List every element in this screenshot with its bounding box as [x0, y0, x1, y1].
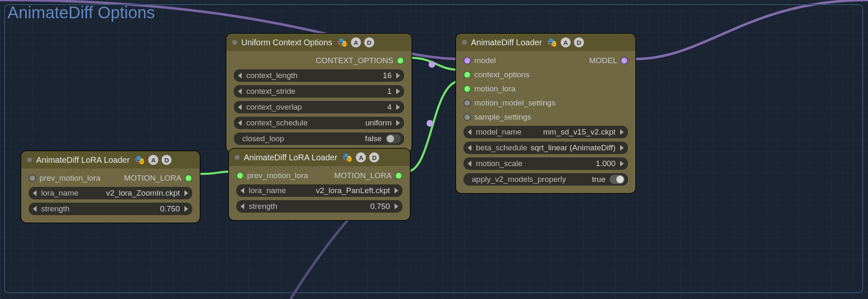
arrow-right-icon[interactable]: [184, 190, 188, 196]
badge-d-icon: D: [364, 37, 374, 47]
node-titlebar[interactable]: Uniform Context Options 🎭 A D: [226, 34, 412, 51]
arrow-right-icon[interactable]: [620, 161, 624, 167]
widget-apply-v2[interactable]: apply_v2_models_properly true: [463, 173, 628, 186]
input-port-motion-model-settings[interactable]: [463, 99, 471, 107]
collapse-dot-icon[interactable]: [232, 40, 237, 45]
input-prev-motion-lora-label: prev_motion_lora: [247, 171, 308, 180]
node-lora-loader-1[interactable]: AnimateDiff LoRA Loader 🎭 A D prev_motio…: [21, 151, 200, 223]
mask-icon: 🎭: [337, 37, 348, 47]
widget-label: apply_v2_models_properly: [472, 175, 566, 184]
arrow-right-icon[interactable]: [396, 104, 400, 110]
arrow-left-icon[interactable]: [240, 203, 244, 209]
node-title: AnimateDiff LoRA Loader: [244, 153, 337, 162]
widget-label: strength: [249, 202, 277, 211]
arrow-left-icon[interactable]: [33, 190, 37, 196]
widget-context-stride[interactable]: context_stride 1: [234, 85, 404, 98]
node-titlebar[interactable]: AnimateDiff Loader 🎭 A D: [456, 34, 635, 51]
arrow-right-icon[interactable]: [395, 188, 398, 194]
output-motion-lora-label: MOTION_LORA: [124, 174, 181, 183]
collapse-dot-icon[interactable]: [235, 155, 240, 160]
input-port-motion-lora[interactable]: [463, 85, 471, 93]
widget-value: 1.000: [596, 159, 615, 168]
toggle-switch[interactable]: [610, 175, 625, 184]
widget-context-schedule[interactable]: context_schedule uniform: [234, 117, 404, 129]
group-frame-animatediff-options[interactable]: [4, 4, 863, 293]
mask-icon: 🎭: [135, 155, 145, 165]
widget-strength[interactable]: strength 0.750: [29, 203, 192, 215]
output-port-model[interactable]: [620, 57, 628, 64]
input-model-label: model: [474, 56, 496, 65]
arrow-left-icon[interactable]: [468, 129, 471, 135]
widget-label: context_stride: [246, 87, 295, 96]
widget-value: uniform: [365, 118, 392, 127]
toggle-switch[interactable]: [386, 134, 401, 143]
widget-value: v2_lora_PanLeft.ckpt: [316, 186, 390, 195]
input-port-context-options[interactable]: [463, 71, 471, 78]
widget-value: 1: [387, 87, 392, 96]
input-prev-motion-lora-label: prev_motion_lora: [39, 174, 101, 183]
node-lora-loader-2[interactable]: AnimateDiff LoRA Loader 🎭 A D prev_motio…: [228, 148, 410, 221]
node-title: Uniform Context Options: [241, 38, 332, 47]
mask-icon: 🎭: [342, 152, 353, 162]
input-port-sample-settings[interactable]: [463, 113, 471, 121]
node-animatediff-loader[interactable]: AnimateDiff Loader 🎭 A D model MODEL con…: [456, 33, 636, 194]
arrow-right-icon[interactable]: [396, 88, 400, 94]
input-context-options-label: context_options: [474, 70, 530, 79]
arrow-left-icon[interactable]: [238, 88, 242, 94]
widget-value: 4: [387, 103, 392, 112]
input-port-prev-motion-lora[interactable]: [236, 172, 244, 179]
arrow-right-icon[interactable]: [620, 129, 624, 135]
badge-d-icon: D: [574, 37, 584, 47]
widget-label: lora_name: [41, 189, 78, 198]
arrow-right-icon[interactable]: [396, 120, 400, 126]
arrow-left-icon[interactable]: [240, 188, 244, 194]
arrow-right-icon[interactable]: [396, 73, 400, 78]
arrow-left-icon[interactable]: [33, 206, 37, 212]
widget-label: closed_loop: [242, 134, 284, 143]
output-port-motion-lora[interactable]: [185, 174, 192, 182]
widget-label: model_name: [476, 127, 522, 137]
widget-closed-loop[interactable]: closed_loop false: [234, 132, 404, 145]
widget-strength[interactable]: strength 0.750: [236, 200, 402, 213]
arrow-left-icon[interactable]: [238, 73, 242, 78]
widget-value: 0.750: [370, 202, 390, 211]
widget-lora-name[interactable]: lora_name v2_lora_ZoomIn.ckpt: [29, 187, 192, 199]
input-port-model[interactable]: [463, 57, 471, 64]
node-title: AnimateDiff LoRA Loader: [36, 155, 130, 165]
widget-label: context_schedule: [246, 118, 308, 127]
collapse-dot-icon[interactable]: [27, 157, 32, 162]
node-uniform-context-options[interactable]: Uniform Context Options 🎭 A D CONTEXT_OP…: [226, 33, 412, 153]
input-port-prev-motion-lora[interactable]: [29, 174, 36, 182]
input-motion-model-settings-label: motion_model_settings: [474, 98, 555, 108]
collapse-dot-icon[interactable]: [462, 40, 467, 45]
node-titlebar[interactable]: AnimateDiff LoRA Loader 🎭 A D: [229, 149, 410, 166]
output-port-motion-lora[interactable]: [395, 172, 402, 179]
mask-icon: 🎭: [547, 37, 557, 47]
widget-model-name[interactable]: model_name mm_sd_v15_v2.ckpt: [463, 126, 628, 138]
widget-value: sqrt_linear (AnimateDiff): [530, 143, 615, 152]
node-titlebar[interactable]: AnimateDiff LoRA Loader 🎭 A D: [21, 151, 200, 169]
arrow-left-icon[interactable]: [468, 161, 471, 167]
arrow-left-icon[interactable]: [238, 104, 242, 110]
arrow-right-icon[interactable]: [620, 145, 624, 151]
widget-label: lora_name: [249, 186, 286, 195]
arrow-left-icon[interactable]: [238, 120, 242, 126]
arrow-right-icon[interactable]: [395, 203, 398, 209]
widget-context-overlap[interactable]: context_overlap 4: [234, 101, 404, 113]
widget-value: mm_sd_v15_v2.ckpt: [543, 127, 615, 137]
widget-beta-schedule[interactable]: beta_schedule sqrt_linear (AnimateDiff): [463, 142, 628, 154]
widget-motion-scale[interactable]: motion_scale 1.000: [463, 157, 628, 170]
output-context-options-label: CONTEXT_OPTIONS: [316, 56, 393, 65]
widget-lora-name[interactable]: lora_name v2_lora_PanLeft.ckpt: [236, 184, 402, 197]
output-model-label: MODEL: [589, 56, 617, 65]
widget-context-length[interactable]: context_length 16: [234, 69, 404, 82]
badge-a-icon: A: [148, 155, 158, 165]
arrow-left-icon[interactable]: [468, 145, 471, 151]
arrow-right-icon[interactable]: [184, 206, 188, 212]
widget-label: context_length: [246, 71, 298, 80]
badge-a-icon: A: [356, 152, 366, 162]
badge-d-icon: D: [369, 152, 379, 162]
output-port-context-options[interactable]: [397, 57, 404, 64]
output-motion-lora-label: MOTION_LORA: [334, 171, 392, 180]
badge-a-icon: A: [561, 37, 571, 47]
